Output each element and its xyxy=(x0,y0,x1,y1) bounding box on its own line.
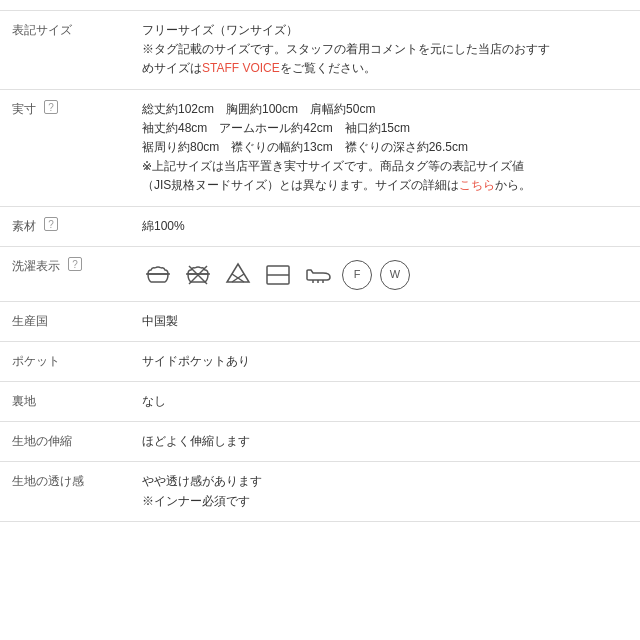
info-icon-actual-size[interactable]: ? xyxy=(44,100,58,114)
label-material: 素材 ? xyxy=(0,206,130,246)
laundry-flat-dry-icon xyxy=(262,259,294,291)
info-icon-laundry[interactable]: ? xyxy=(68,257,82,271)
value-material: 綿100% xyxy=(130,206,640,246)
value-transparency: やや透け感があります ※インナー必須です xyxy=(130,462,640,521)
info-icon-material[interactable]: ? xyxy=(44,217,58,231)
value-lining: なし xyxy=(130,382,640,422)
laundry-no-wash-icon xyxy=(182,259,214,291)
laundry-f-icon: F xyxy=(342,260,372,290)
table-row: 実寸 ? 総丈約102cm 胸囲約100cm 肩幅約50cm 袖丈約48cm ア… xyxy=(0,89,640,206)
table-row: 洗濯表示 ? xyxy=(0,246,640,301)
laundry-no-bleach-icon xyxy=(222,259,254,291)
laundry-iron-icon xyxy=(302,259,334,291)
staff-voice-link[interactable]: STAFF VOICE xyxy=(202,61,280,75)
table-row: 表記サイズ フリーサイズ（ワンサイズ） ※タグ記載のサイズです。スタッフの着用コ… xyxy=(0,11,640,90)
value-stretch: ほどよく伸縮します xyxy=(130,422,640,462)
value-pocket: サイドポケットあり xyxy=(130,341,640,381)
table-row: 素材 ? 綿100% xyxy=(0,206,640,246)
label-stretch: 生地の伸縮 xyxy=(0,422,130,462)
label-actual-size: 実寸 ? xyxy=(0,89,130,206)
value-display-size: フリーサイズ（ワンサイズ） ※タグ記載のサイズです。スタッフの着用コメントを元に… xyxy=(130,11,640,90)
table-row: 裏地 なし xyxy=(0,382,640,422)
value-actual-size: 総丈約102cm 胸囲約100cm 肩幅約50cm 袖丈約48cm アームホール… xyxy=(130,89,640,206)
table-row: 生産国 中国製 xyxy=(0,301,640,341)
table-row: 生地の透け感 やや透け感があります ※インナー必須です xyxy=(0,462,640,521)
label-display-size: 表記サイズ xyxy=(0,11,130,90)
laundry-basin-icon xyxy=(142,259,174,291)
table-row: ポケット サイドポケットあり xyxy=(0,341,640,381)
value-laundry: F W xyxy=(130,246,640,301)
label-transparency: 生地の透け感 xyxy=(0,462,130,521)
here-link[interactable]: こちら xyxy=(459,178,495,192)
table-row: 生地の伸縮 ほどよく伸縮します xyxy=(0,422,640,462)
laundry-w-icon: W xyxy=(380,260,410,290)
label-lining: 裏地 xyxy=(0,382,130,422)
label-pocket: ポケット xyxy=(0,341,130,381)
laundry-icons-container: F W xyxy=(142,259,628,291)
info-table: 表記サイズ フリーサイズ（ワンサイズ） ※タグ記載のサイズです。スタッフの着用コ… xyxy=(0,10,640,522)
product-info-container: 表記サイズ フリーサイズ（ワンサイズ） ※タグ記載のサイズです。スタッフの着用コ… xyxy=(0,0,640,640)
label-origin: 生産国 xyxy=(0,301,130,341)
value-origin: 中国製 xyxy=(130,301,640,341)
label-laundry: 洗濯表示 ? xyxy=(0,246,130,301)
